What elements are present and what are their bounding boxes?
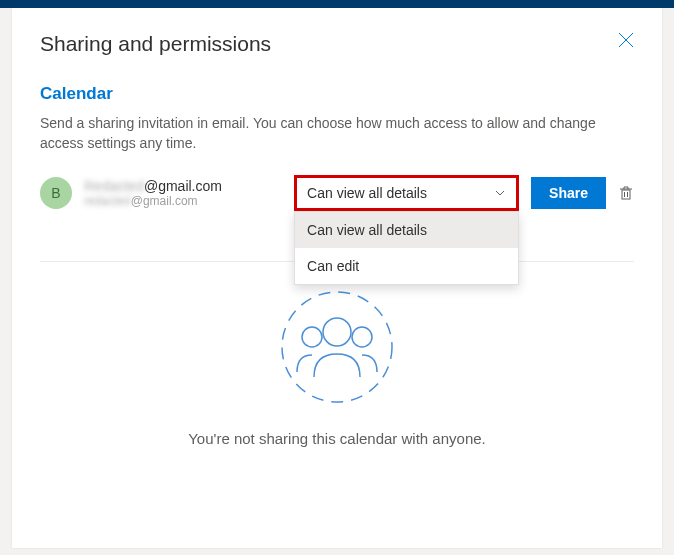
- avatar-initial: B: [51, 185, 60, 201]
- sharing-panel: Sharing and permissions Calendar Send a …: [12, 8, 662, 548]
- people-illustration: [272, 282, 402, 412]
- user-primary-email: Redacted@gmail.com: [84, 178, 282, 194]
- permission-option-view-all[interactable]: Can view all details: [295, 212, 518, 248]
- trash-icon: [618, 185, 634, 201]
- permission-dropdown-wrap: Can view all details Can view all detail…: [294, 175, 519, 211]
- svg-point-9: [282, 292, 392, 402]
- svg-point-11: [302, 327, 322, 347]
- svg-point-12: [352, 327, 372, 347]
- share-button[interactable]: Share: [531, 177, 606, 209]
- close-button[interactable]: [618, 32, 634, 52]
- user-info: Redacted@gmail.com redacted@gmail.com: [84, 178, 282, 208]
- svg-point-10: [323, 318, 351, 346]
- app-topbar: [0, 0, 674, 8]
- avatar: B: [40, 177, 72, 209]
- invite-row: B Redacted@gmail.com redacted@gmail.com …: [40, 175, 634, 211]
- empty-state: You're not sharing this calendar with an…: [40, 282, 634, 447]
- empty-message: You're not sharing this calendar with an…: [40, 430, 634, 447]
- chevron-down-icon: [494, 187, 506, 199]
- permission-dropdown[interactable]: Can view all details: [294, 175, 519, 211]
- permission-selected: Can view all details: [307, 185, 427, 201]
- close-icon: [618, 32, 634, 48]
- calendar-name: Calendar: [40, 84, 634, 104]
- panel-title: Sharing and permissions: [40, 32, 634, 56]
- permission-option-edit[interactable]: Can edit: [295, 248, 518, 284]
- permission-dropdown-menu: Can view all details Can edit: [294, 211, 519, 285]
- panel-description: Send a sharing invitation in email. You …: [40, 114, 634, 153]
- remove-button[interactable]: [618, 185, 634, 201]
- user-secondary-email: redacted@gmail.com: [84, 194, 282, 208]
- svg-rect-2: [622, 190, 630, 199]
